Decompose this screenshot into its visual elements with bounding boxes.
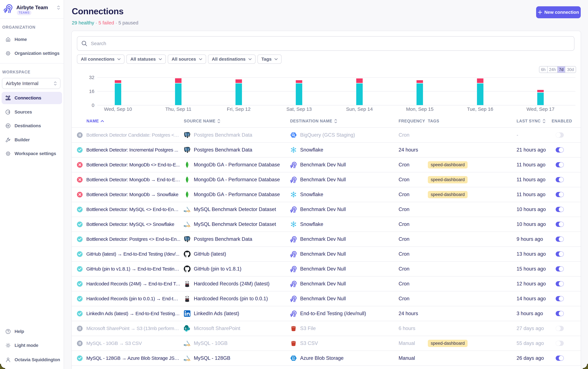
svg-text:01: 01 <box>293 358 294 360</box>
svg-text:MySQL: MySQL <box>184 225 190 227</box>
svg-text:S: S <box>185 327 187 330</box>
svg-text:MySQL: MySQL <box>184 210 190 212</box>
svg-text:MySQL: MySQL <box>184 359 190 361</box>
svg-text:MySQL: MySQL <box>184 344 190 346</box>
